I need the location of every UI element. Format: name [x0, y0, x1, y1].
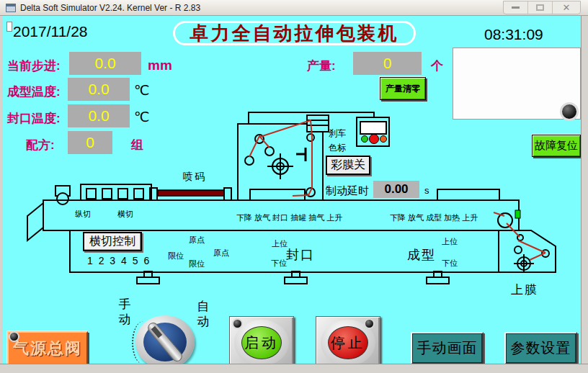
inkjet-label: 喷码 [183, 171, 206, 184]
form-upper-label: 上位 [442, 236, 458, 247]
step-value: 0.0 [69, 52, 141, 75]
alarm-indicator-lamp [560, 102, 579, 121]
auto-label: 自动 [195, 299, 211, 329]
output-unit: 个 [431, 58, 443, 74]
film-mode-button[interactable]: 彩膜关 [326, 156, 370, 175]
manual-auto-switch[interactable] [135, 315, 195, 369]
fault-reset-button[interactable]: 故障复位 [532, 135, 581, 157]
clear-output-button[interactable]: 产量清零 [380, 77, 426, 100]
start-button-ring: 启动 [234, 320, 289, 366]
origin-label-2: 原点 [213, 248, 229, 259]
stop-button-face: 停止 [328, 326, 368, 359]
stop-indicator [364, 318, 375, 329]
manual-label: 手动 [117, 297, 133, 327]
film-feed-label: 上膜 [511, 282, 538, 298]
limit-label-2: 限位 [189, 259, 205, 269]
brake-delay-unit: s [424, 185, 429, 196]
step-label: 当前步进: [7, 58, 61, 74]
brake-delay-input[interactable]: 0.00 [373, 181, 419, 198]
manual-screen-button[interactable]: 手动画面 [411, 332, 484, 364]
long-cut-label: 纵切 [75, 209, 91, 220]
output-value: 0 [353, 52, 422, 75]
machine-title: 卓力全自动拉伸包装机 [173, 21, 416, 45]
origin-label-1: 原点 [189, 235, 205, 246]
cross-cut-label: 横切 [117, 209, 133, 220]
window-frame-bottom [0, 364, 588, 373]
color-mark-label: 色标 [329, 142, 346, 154]
sealing-temp-value: 0.0 [68, 104, 130, 127]
sealing-temp-unit: ℃ [134, 109, 149, 125]
cross-cut-control-button[interactable]: 横切控制 [83, 232, 142, 251]
time-display: 08:31:09 [484, 26, 543, 43]
step-unit: mm [148, 58, 172, 73]
recipe-label: 配方: [26, 137, 55, 153]
simulator-window: Delta Soft Simulator V2.24. Kernel Ver -… [0, 0, 588, 373]
start-button-face: 启动 [241, 326, 282, 359]
seal-sequence-label: 下降 放气 封口 抽罐 抽气 上升 [236, 212, 342, 223]
seal-lower-label: 下位 [271, 258, 287, 269]
param-settings-button[interactable]: 参数设置 [504, 332, 577, 364]
window-frame-left [0, 16, 3, 373]
recipe-unit: 组 [131, 137, 143, 153]
recipe-input[interactable]: 0 [68, 131, 112, 154]
form-sequence-label: 下降 放气 成型 加热 上升 [390, 212, 478, 223]
form-lower-label: 下位 [442, 258, 458, 269]
seal-upper-label: 上位 [272, 238, 288, 249]
seal-station-label: 封口 [286, 246, 315, 264]
output-label: 产量: [307, 58, 336, 74]
forming-temp-label: 成型温度: [7, 84, 61, 100]
window-frame-right [581, 16, 588, 373]
limit-label-1: 限位 [168, 251, 184, 261]
forming-temp-value: 0.0 [68, 78, 130, 101]
date-display: 2017/11/28 [13, 23, 88, 40]
brake-label: 刹车 [329, 127, 346, 140]
counter-digits: 1 2 3 4 5 6 [87, 255, 151, 266]
sealing-temp-label: 封口温度: [7, 110, 61, 127]
form-station-label: 成型 [407, 246, 436, 264]
brake-delay-label: 制动延时 [326, 184, 369, 198]
page-icon [6, 22, 12, 32]
start-indicator [232, 318, 243, 329]
forming-temp-unit: ℃ [134, 82, 149, 99]
air-valve-indicator [9, 331, 19, 342]
